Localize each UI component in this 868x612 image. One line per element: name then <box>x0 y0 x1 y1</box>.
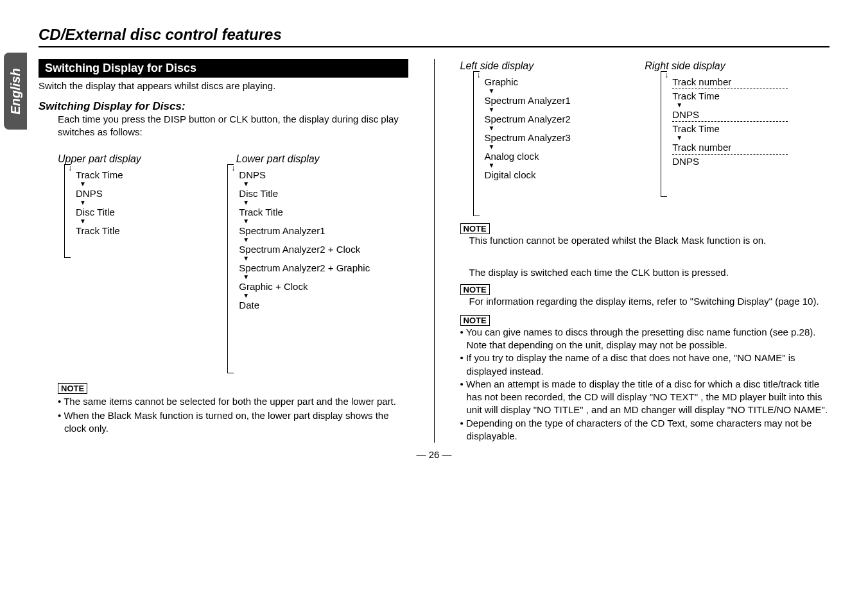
dashed-separator <box>672 121 788 122</box>
right-note-item: • If you try to display the name of a di… <box>460 352 830 378</box>
down-arrow-icon: ▼ <box>243 218 408 225</box>
down-arrow-icon: ▼ <box>243 255 408 262</box>
note-label: NOTE <box>58 383 87 394</box>
note-label: NOTE <box>460 223 490 234</box>
note-label: NOTE <box>460 315 490 326</box>
left-note-item: When the Black Mask function is turned o… <box>58 409 408 436</box>
note-text: This function cannot be operated whilst … <box>469 234 830 247</box>
down-arrow-icon: ▼ <box>243 274 408 280</box>
left-side-flow-item: Spectrum Analyzer1 <box>485 95 642 106</box>
note-text: For information regarding the display it… <box>469 295 830 308</box>
right-side-flow-item: DNPS <box>672 156 829 167</box>
bullet-icon: • <box>460 352 466 363</box>
upper-flow-item: Track Time <box>76 169 214 180</box>
left-note-item: The same items cannot be selected for bo… <box>58 395 408 408</box>
left-side-flow-item: Graphic <box>485 76 642 87</box>
down-arrow-icon: ▼ <box>489 125 642 132</box>
lower-flow-item: Spectrum Analyzer2 + Clock <box>239 244 408 255</box>
lower-flow-item: Graphic + Clock <box>239 281 408 292</box>
right-side-flow-item: DNPS <box>672 109 829 120</box>
right-side-flow-item: Track Time <box>672 90 829 101</box>
section-title: CD/External disc control features <box>39 26 829 47</box>
left-side-flow-item: Analog clock <box>485 151 642 162</box>
intro-text: Switch the display that appears whilst d… <box>39 80 408 91</box>
down-arrow-icon: ▼ <box>80 181 214 187</box>
upper-flow-item: DNPS <box>76 188 214 199</box>
left-side-label: Left side display <box>460 60 645 72</box>
down-arrow-icon: ▼ <box>489 106 642 113</box>
down-arrow-icon: ▼ <box>243 181 408 187</box>
bullet-icon: • <box>460 418 466 429</box>
subheading: Switching Display for Discs: <box>39 100 408 113</box>
down-arrow-icon: ▼ <box>489 144 642 150</box>
down-arrow-icon: ▼ <box>676 135 829 141</box>
page-number: — 26 — <box>39 449 829 460</box>
right-side-flow-item: Track Time <box>672 123 829 134</box>
language-sidebar-tab: English <box>4 53 27 130</box>
lower-flow-item: Spectrum Analyzer2 + Graphic <box>239 262 408 273</box>
upper-flow-item: Disc Title <box>76 207 214 217</box>
right-side-flow-item: Track number <box>672 76 829 87</box>
mid-body-text: The display is switched each time the CL… <box>469 266 830 279</box>
lower-part-label: Lower part display <box>236 153 408 165</box>
right-side-flow-item: Track number <box>672 142 829 153</box>
bullet-icon: • <box>460 378 466 389</box>
lower-flow-item: Date <box>239 300 408 310</box>
subheading-body: Each time you press the DISP button or C… <box>58 113 408 139</box>
right-note-item: • You can give names to discs through th… <box>460 326 830 352</box>
upper-part-label: Upper part display <box>58 153 230 165</box>
language-label: English <box>8 68 23 114</box>
dashed-separator <box>672 154 788 155</box>
down-arrow-icon: ▼ <box>243 237 408 243</box>
left-side-flow-item: Spectrum Analyzer3 <box>485 132 642 143</box>
note-label: NOTE <box>460 284 490 295</box>
right-note-item: • Depending on the type of characters of… <box>460 417 830 443</box>
dashed-separator <box>672 89 788 89</box>
left-side-flow-item: Spectrum Analyzer2 <box>485 114 642 124</box>
heading-bar: Switching Display for Discs <box>39 59 408 78</box>
down-arrow-icon: ▼ <box>80 218 214 225</box>
lower-flow-item: Spectrum Analyzer1 <box>239 225 408 236</box>
down-arrow-icon: ▼ <box>489 88 642 94</box>
left-side-flow-item: Digital clock <box>485 169 642 180</box>
down-arrow-icon: ▼ <box>489 162 642 169</box>
right-side-label: Right side display <box>645 60 829 72</box>
upper-flow-item: Track Title <box>76 225 214 236</box>
down-arrow-icon: ▼ <box>243 293 408 299</box>
down-arrow-icon: ▼ <box>243 200 408 206</box>
right-note-item: • When an attempt is made to display the… <box>460 378 830 417</box>
bullet-icon: • <box>460 327 466 337</box>
down-arrow-icon: ▼ <box>80 200 214 206</box>
lower-flow-item: DNPS <box>239 169 408 180</box>
lower-flow-item: Track Title <box>239 207 408 217</box>
column-divider <box>434 59 435 443</box>
down-arrow-icon: ▼ <box>676 102 829 108</box>
lower-flow-item: Disc Title <box>239 188 408 199</box>
